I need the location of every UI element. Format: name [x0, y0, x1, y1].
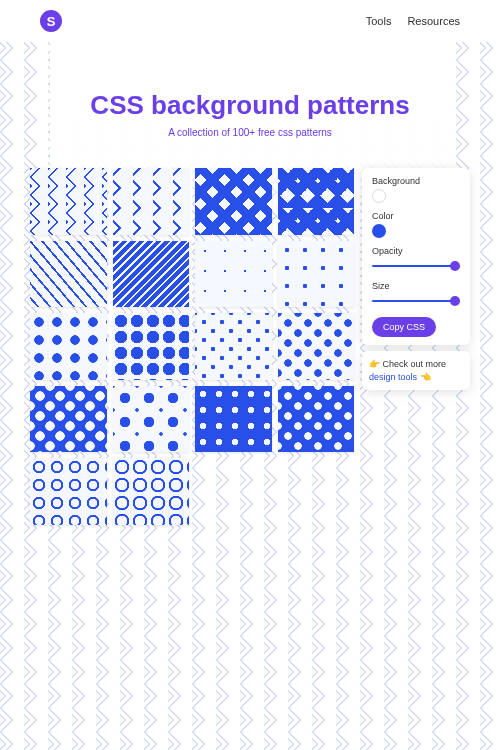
pattern-tile[interactable]: [278, 241, 355, 308]
size-control: Size: [372, 281, 460, 308]
callout-card: 👉 Check out more design tools 👈: [362, 351, 470, 390]
pattern-tile[interactable]: [30, 313, 107, 380]
callout-link[interactable]: design tools: [369, 372, 417, 382]
slider-thumb[interactable]: [450, 261, 460, 271]
page-subtitle: A collection of 100+ free css patterns: [20, 127, 480, 138]
logo[interactable]: S: [40, 10, 62, 32]
copy-css-button[interactable]: Copy CSS: [372, 317, 436, 337]
controls-sidebar: Background Color Opacity Size: [362, 168, 470, 525]
slider-track: [372, 265, 460, 267]
callout-suffix: 👈: [417, 372, 431, 382]
opacity-control: Opacity: [372, 246, 460, 273]
content-area: Background Color Opacity Size: [0, 168, 500, 525]
pattern-tile[interactable]: [278, 386, 355, 453]
page-title: CSS background patterns: [20, 90, 480, 121]
main-nav: Tools Resources: [366, 15, 460, 27]
size-slider[interactable]: [372, 294, 460, 308]
pattern-tile[interactable]: [195, 241, 272, 308]
pattern-tile[interactable]: [30, 241, 107, 308]
background-swatch[interactable]: [372, 189, 386, 203]
slider-track: [372, 300, 460, 302]
background-label: Background: [372, 176, 460, 186]
opacity-label: Opacity: [372, 246, 460, 256]
pattern-tile[interactable]: [113, 458, 190, 525]
nav-resources[interactable]: Resources: [407, 15, 460, 27]
opacity-slider[interactable]: [372, 259, 460, 273]
callout-prefix: 👉 Check out more: [369, 359, 446, 369]
pattern-tile[interactable]: [195, 313, 272, 380]
background-control: Background: [372, 176, 460, 203]
slider-thumb[interactable]: [450, 296, 460, 306]
pattern-tile[interactable]: [278, 168, 355, 235]
pattern-tile[interactable]: [113, 168, 190, 235]
pattern-tile[interactable]: [195, 386, 272, 453]
pattern-grid: [30, 168, 354, 525]
site-header: S Tools Resources: [0, 0, 500, 42]
nav-tools[interactable]: Tools: [366, 15, 392, 27]
pattern-tile[interactable]: [195, 168, 272, 235]
color-swatch[interactable]: [372, 224, 386, 238]
pattern-tile[interactable]: [30, 168, 107, 235]
hero: CSS background patterns A collection of …: [0, 42, 500, 168]
pattern-tile[interactable]: [278, 313, 355, 380]
pattern-tile[interactable]: [113, 241, 190, 308]
pattern-tile[interactable]: [30, 458, 107, 525]
color-label: Color: [372, 211, 460, 221]
pattern-tile[interactable]: [113, 313, 190, 380]
size-label: Size: [372, 281, 460, 291]
controls-panel: Background Color Opacity Size: [362, 168, 470, 345]
pattern-tile[interactable]: [30, 386, 107, 453]
pattern-tile[interactable]: [113, 386, 190, 453]
color-control: Color: [372, 211, 460, 238]
